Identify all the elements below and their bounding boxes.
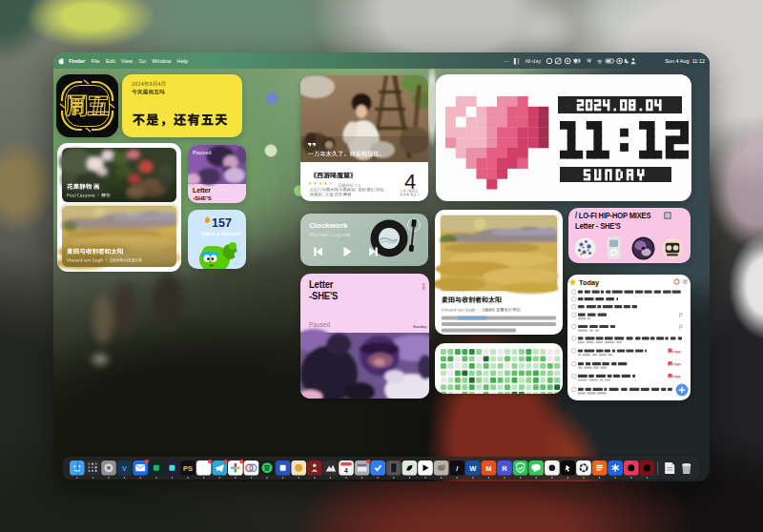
svg-text:Letter: Letter <box>309 278 333 290</box>
svg-text:-SHE'S: -SHE'S <box>309 291 338 302</box>
svg-text:R: R <box>502 464 507 473</box>
svg-text:157: 157 <box>212 216 232 230</box>
svg-text:Michael Logozar: Michael Logozar <box>309 232 351 237</box>
svg-text:4: 4 <box>344 467 348 474</box>
svg-text:76 ago: 76 ago <box>670 374 682 379</box>
svg-text:letter: letter <box>422 283 425 292</box>
svg-text:PS: PS <box>183 464 193 473</box>
svg-text:Clockwork: Clockwork <box>309 221 348 230</box>
svg-text:Paused: Paused <box>309 321 330 328</box>
svg-text:M: M <box>485 464 491 473</box>
svg-text:Start a lesson!: Start a lesson! <box>201 230 242 236</box>
svg-text:Sunday: Sunday <box>413 324 427 329</box>
svg-text:Today: Today <box>579 278 600 287</box>
svg-text:W: W <box>469 464 477 473</box>
svg-text:/ LO-FI HIP-HOP MIXES: / LO-FI HIP-HOP MIXES <box>575 211 651 221</box>
svg-text:26 ago: 26 ago <box>670 349 682 354</box>
svg-text:Letter - SHE'S: Letter - SHE'S <box>575 220 621 231</box>
svg-text:Paused: Paused <box>193 150 212 155</box>
svg-text:76 ago: 76 ago <box>670 361 682 366</box>
svg-text:V: V <box>122 464 127 473</box>
svg-text:-SHE'S: -SHE'S <box>193 195 212 201</box>
svg-text:Letter: Letter <box>193 187 211 194</box>
